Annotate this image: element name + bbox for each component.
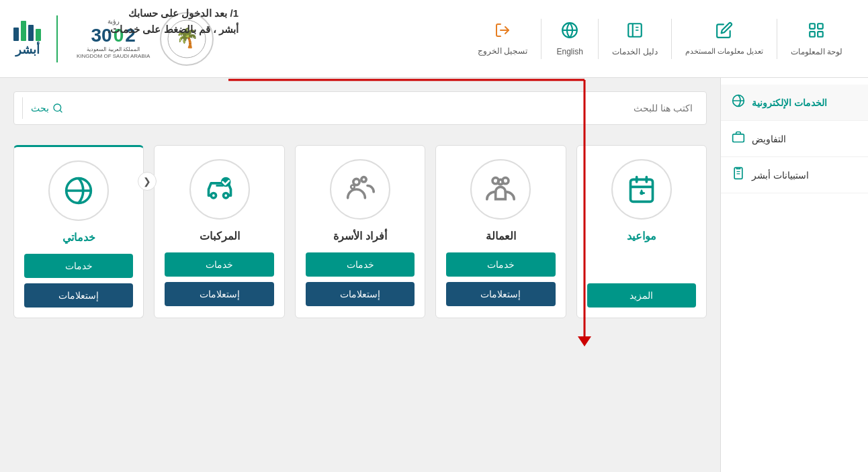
btn-inquiries-family[interactable]: إستعلامات [306,282,415,306]
btn-inquiries-vehicles[interactable]: إستعلامات [165,282,273,306]
card-title-vehicles: المركبات [200,230,240,242]
svg-rect-9 [818,32,823,37]
book-icon [626,21,644,43]
sidebar: الخدمات الإلكترونية التفاويض استبيانات أ… [720,78,868,472]
absher-logo: أبشر [13,21,41,57]
card-buttons-appointments: المزيد [587,283,696,308]
nav-english[interactable]: English [543,15,597,63]
svg-rect-6 [810,23,816,29]
btn-more-appointments[interactable]: المزيد [587,283,696,308]
nav-logout[interactable]: تسجيل الخروج [466,15,539,62]
svg-rect-8 [810,32,816,37]
content-area: بحث خدماتي خدمات إستعلامات [0,78,720,472]
search-input[interactable] [71,97,698,119]
svg-point-28 [351,185,355,189]
sidebar-item-electronic-services[interactable]: الخدمات الإلكترونية [721,85,868,121]
btn-services-khidmati[interactable]: خدمات [24,254,133,278]
nav-edit-user[interactable]: تعديل معلومات المستخدم [673,15,775,62]
absher-title: أبشر [15,42,40,57]
svg-line-21 [60,110,62,112]
header: 1/ بعد الدخول على حسابك أبشر ، قم بالضغط… [0,0,868,78]
globe-icon-1 [561,21,578,43]
svg-rect-7 [818,23,823,29]
card-title-family: أفراد الأسرة [333,230,386,242]
briefcase-icon [732,130,745,147]
sidebar-item-surveys[interactable]: استبيانات أبشر [721,157,868,193]
btn-services-family[interactable]: خدمات [306,252,415,277]
svg-point-26 [353,179,359,185]
search-button[interactable]: بحث [22,97,71,119]
card-title-appointments: مواعيد [627,230,656,242]
cards-container: خدماتي خدمات إستعلامات [13,145,707,318]
btn-services-labor[interactable]: خدمات [446,252,555,277]
annotation-line1: 1/ بعد الدخول على حسابك [107,5,238,21]
card-labor: العمالة خدمات إستعلامات [435,145,566,318]
svg-rect-17 [734,168,742,179]
nav-divider-1 [541,19,541,59]
nav-service-guide-label: دليل الخدمات [612,47,657,56]
annotation: 1/ بعد الدخول على حسابك أبشر ، قم بالضغط… [107,5,238,38]
btn-services-vehicles[interactable]: خدمات [165,252,273,277]
sidebar-item-negotiations[interactable]: التفاويض [721,121,868,157]
svg-point-27 [361,177,366,182]
nav-divider-2 [598,19,599,59]
search-button-label: بحث [31,103,49,113]
main-content: الخدمات الإلكترونية التفاويض استبيانات أ… [0,78,868,472]
card-khidmati: خدماتي خدمات إستعلامات [13,145,144,318]
card-appointments: مواعيد المزيد [576,145,707,318]
svg-point-23 [211,193,216,198]
svg-point-31 [498,179,503,184]
nav-edit-user-label: تعديل معلومات المستخدم [685,47,763,56]
svg-point-24 [223,193,228,198]
btn-inquiries-khidmati[interactable]: إستعلامات [24,283,133,308]
logout-icon [494,22,511,42]
card-buttons-vehicles: خدمات إستعلامات [165,252,273,306]
svg-rect-16 [733,134,744,142]
edit-icon [715,21,733,43]
card-icon-circle-family [330,159,390,220]
btn-inquiries-labor[interactable]: إستعلامات [446,282,555,306]
card-family: أفراد الأسرة خدمات إستعلامات [295,145,425,318]
dashboard-icon [808,21,825,43]
card-title-labor: العمالة [486,230,516,242]
sidebar-label-negotiations: التفاويض [752,134,786,144]
nav-divider-3 [671,19,672,59]
card-icon-circle-appointments [611,159,672,220]
logo-divider [56,15,58,62]
sidebar-toggle-button[interactable]: ❮ [138,172,157,191]
card-buttons-khidmati: خدمات إستعلامات [24,254,133,308]
card-icon-circle-vehicles [189,159,250,220]
nav-service-guide[interactable]: دليل الخدمات [600,15,669,63]
annotation-line2: أبشر ، قم بالضغط على خدمات. [107,21,238,38]
card-vehicles: المركبات خدمات إستعلامات [154,145,284,318]
card-buttons-family: خدمات إستعلامات [306,252,415,306]
svg-rect-2 [628,23,642,37]
search-container: بحث [13,91,707,125]
card-title-khidmati: خدماتي [62,231,95,244]
card-icon-circle-khidmati [48,160,109,221]
sidebar-label-electronic-services: الخدمات الإلكترونية [752,97,827,108]
nav-dashboard[interactable]: لوحة المعلومات [779,15,855,63]
nav-divider-4 [777,19,777,59]
header-nav: تسجيل الخروج English دليل ال [466,15,855,63]
nav-logout-label: تسجيل الخروج [478,46,527,56]
card-buttons-labor: خدمات إستعلامات [446,252,555,306]
sidebar-label-surveys: استبيانات أبشر [752,170,809,181]
globe-icon-sidebar [732,94,745,111]
clipboard-icon [732,167,745,183]
nav-dashboard-label: لوحة المعلومات [791,47,842,56]
card-icon-circle-labor [470,159,531,220]
nav-english-label: English [557,47,583,56]
